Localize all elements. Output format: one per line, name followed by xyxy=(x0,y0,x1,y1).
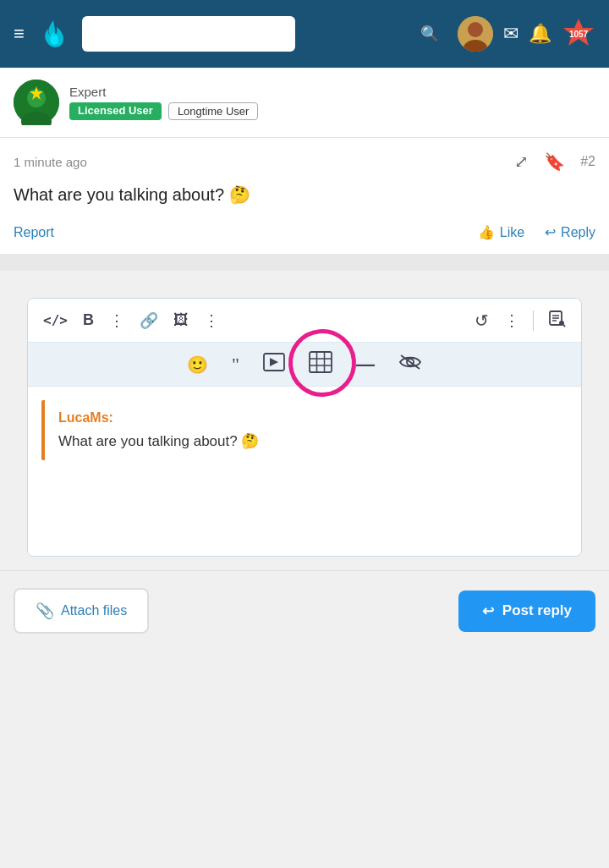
mail-icon[interactable]: ✉ xyxy=(503,23,518,45)
quote-author: LucaMs: xyxy=(58,410,554,426)
table-icon xyxy=(309,351,332,377)
post-number: #2 xyxy=(580,154,595,169)
post-reply-button[interactable]: ↩ Post reply xyxy=(458,591,595,632)
post-area: 1 minute ago ⤢ 🔖 #2 What are you talking… xyxy=(0,138,609,254)
hr-button[interactable]: — xyxy=(351,350,380,379)
more-button-3[interactable]: ⋮ xyxy=(499,308,524,333)
score-count: 1057 xyxy=(569,30,588,39)
user-info-bar: Expert Licensed User Longtime User xyxy=(0,68,609,138)
more-icon-1: ⋮ xyxy=(109,311,124,330)
score-badge-wrapper[interactable]: 1057 xyxy=(562,15,595,52)
code-icon: </> xyxy=(43,312,68,328)
emoji-button[interactable]: 🙂 xyxy=(182,351,213,378)
like-label: Like xyxy=(500,225,524,240)
reply-button[interactable]: ↩ Reply xyxy=(545,224,595,240)
svg-rect-17 xyxy=(310,352,332,372)
svg-marker-16 xyxy=(270,358,278,366)
paperclip-icon: 📎 xyxy=(36,602,54,620)
user-avatar xyxy=(14,80,59,125)
quote-button[interactable]: " xyxy=(227,350,244,379)
editor-body[interactable]: LucaMs: What are you talking about? 🤔 xyxy=(28,387,581,556)
svg-point-2 xyxy=(468,22,483,37)
undo-icon: ↺ xyxy=(475,310,489,331)
attach-label: Attach files xyxy=(61,603,127,618)
table-button-wrapper xyxy=(304,348,337,381)
post-actions-right: ⤢ 🔖 #2 xyxy=(514,151,595,172)
media-icon xyxy=(263,353,285,376)
post-content: What are you talking about? 🤔 xyxy=(14,182,595,207)
quote-block: LucaMs: What are you talking about? 🤔 xyxy=(41,400,568,460)
hide-icon xyxy=(398,354,422,375)
more-icon-3: ⋮ xyxy=(504,311,519,330)
reply-icon: ↩ xyxy=(545,224,556,240)
thumbs-up-icon: 👍 xyxy=(478,224,495,240)
search-wrapper: 🔍 xyxy=(82,16,447,52)
post-footer: Report 👍 Like ↩ Reply xyxy=(14,224,595,240)
image-button[interactable]: 🖼 xyxy=(168,308,194,332)
post-time: 1 minute ago xyxy=(14,155,87,169)
preview-icon xyxy=(547,309,566,332)
menu-icon[interactable]: ≡ xyxy=(14,23,25,45)
editor-container: </> B ⋮ 🔗 🖼 ⋮ ↺ ⋮ xyxy=(27,298,582,557)
badge-longtime: Longtime User xyxy=(168,102,259,120)
editor-toolbar-top: </> B ⋮ 🔗 🖼 ⋮ ↺ ⋮ xyxy=(28,299,581,343)
image-icon: 🖼 xyxy=(173,311,189,329)
quote-icon: " xyxy=(232,354,239,376)
share-icon[interactable]: ⤢ xyxy=(514,151,529,172)
user-role: Expert xyxy=(69,85,258,99)
hr-icon: — xyxy=(356,354,375,376)
hide-button[interactable] xyxy=(393,350,427,378)
bell-icon: 🔔 xyxy=(529,23,551,44)
svg-line-14 xyxy=(563,325,565,327)
more-icon-2: ⋮ xyxy=(204,311,219,330)
post-meta: 1 minute ago ⤢ 🔖 #2 xyxy=(14,151,595,172)
more-button-2[interactable]: ⋮ xyxy=(199,308,224,333)
report-link[interactable]: Report xyxy=(14,225,54,240)
bookmark-icon[interactable]: 🔖 xyxy=(544,151,565,172)
bold-button[interactable]: B xyxy=(78,308,99,332)
badge-licensed: Licensed User xyxy=(69,102,162,120)
user-labels: Expert Licensed User Longtime User xyxy=(69,85,258,120)
reply-label: Reply xyxy=(561,225,595,240)
editor-toolbar-bottom: 🙂 " xyxy=(28,343,581,387)
avatar[interactable] xyxy=(458,16,493,52)
emoji-icon: 🙂 xyxy=(187,354,208,375)
toolbar-separator xyxy=(533,310,534,331)
search-icon: 🔍 xyxy=(420,25,439,43)
link-icon: 🔗 xyxy=(140,311,158,330)
more-button-1[interactable]: ⋮ xyxy=(104,308,129,333)
section-divider xyxy=(0,254,609,271)
bold-icon: B xyxy=(83,311,94,329)
table-button[interactable] xyxy=(304,348,337,381)
like-button[interactable]: 👍 Like xyxy=(478,224,524,240)
header: ≡ 🔍 ✉ 🔔 1057 xyxy=(0,0,609,68)
search-input[interactable] xyxy=(82,16,295,52)
svg-point-13 xyxy=(559,321,564,326)
undo-button[interactable]: ↺ xyxy=(469,307,494,334)
code-button[interactable]: </> xyxy=(38,309,73,332)
logo-icon xyxy=(35,15,72,52)
notification-wrapper[interactable]: 🔔 xyxy=(529,23,551,45)
bottom-bar: 📎 Attach files ↩ Post reply xyxy=(0,570,609,651)
link-button[interactable]: 🔗 xyxy=(134,308,163,333)
attach-files-button[interactable]: 📎 Attach files xyxy=(14,588,149,634)
post-reply-icon: ↩ xyxy=(482,602,494,620)
post-reply-label: Post reply xyxy=(502,602,572,619)
post-footer-right: 👍 Like ↩ Reply xyxy=(478,224,595,240)
quote-text: What are you talking about? 🤔 xyxy=(58,432,554,450)
media-button[interactable] xyxy=(258,349,290,379)
preview-button[interactable] xyxy=(542,305,571,335)
user-badges: Licensed User Longtime User xyxy=(69,102,258,120)
